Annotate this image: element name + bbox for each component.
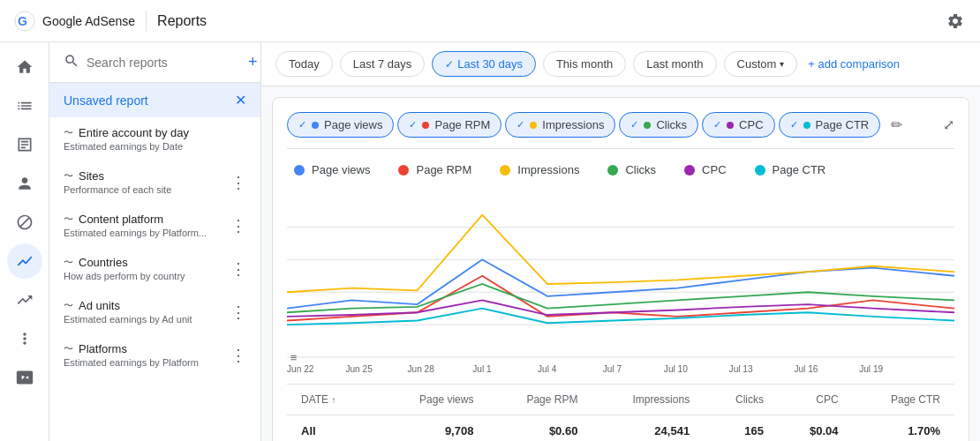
sidebar-item-2[interactable]: 〜 Content platform Estimated earnings by…: [49, 204, 260, 247]
metric-tab-cpc[interactable]: ✓ CPC: [702, 112, 774, 138]
metric-tab-label-1: Page RPM: [434, 118, 490, 131]
metric-tab-page-rpm[interactable]: ✓ Page RPM: [397, 112, 501, 138]
svg-text:Jun 25: Jun 25: [345, 364, 373, 374]
expand-chart-icon[interactable]: ⤢: [943, 116, 954, 133]
nav-chart[interactable]: [7, 243, 42, 279]
sidebar-item-4[interactable]: 〜 Ad units Estimated earnings by Ad unit…: [49, 290, 260, 333]
nav-people[interactable]: [7, 166, 42, 201]
page-ctr-column-header[interactable]: Page CTR: [853, 385, 954, 415]
this-month-filter-btn[interactable]: This month: [543, 51, 626, 77]
legend-item-0: Page views: [294, 163, 370, 176]
search-icon: [64, 53, 79, 71]
legend-label-3: Clicks: [625, 163, 656, 176]
nav-pages[interactable]: [7, 88, 42, 123]
nav-trending[interactable]: [7, 282, 42, 318]
legend-label-5: Page CTR: [773, 163, 826, 176]
legend-dot-5: [755, 165, 765, 176]
legend-dot-1: [398, 165, 409, 176]
add-comparison-btn[interactable]: + add comparison: [808, 57, 900, 71]
chart-area: ✓ Page views ✓ Page RPM ✓ Impressions ✓ …: [272, 97, 969, 441]
sidebar-item-1[interactable]: 〜 Sites Performance of each site ⋮: [49, 161, 260, 204]
legend-dot-2: [500, 165, 510, 176]
last30-filter-btn[interactable]: ✓ Last 30 days: [432, 51, 536, 77]
checkmark-icon-1: ✓: [409, 119, 417, 131]
checkmark-icon-2: ✓: [516, 119, 524, 131]
sidebar-items-list: 〜 Entire account by day Estimated earnin…: [49, 117, 260, 377]
date-column-header[interactable]: DATE ↑: [287, 385, 380, 415]
header: G Google AdSense Reports: [0, 0, 980, 42]
cpc-column-header[interactable]: CPC: [778, 385, 853, 415]
sidebar-item-title-4: 〜 Ad units: [64, 299, 192, 312]
metric-dot-0: [312, 122, 319, 129]
app-name: Google AdSense: [42, 14, 135, 28]
nav-optimize[interactable]: [7, 321, 42, 356]
legend-label-4: CPC: [702, 163, 726, 176]
edit-icon[interactable]: ✏: [891, 116, 902, 133]
page-rpm-column-header[interactable]: Page RPM: [487, 385, 592, 415]
page-views-column-header[interactable]: Page views: [380, 385, 487, 415]
active-report-item[interactable]: Unsaved report ✕: [49, 83, 260, 117]
sidebar-item-sub-5: Estimated earnings by Platform: [64, 357, 199, 368]
sidebar-item-5[interactable]: 〜 Platforms Estimated earnings by Platfo…: [49, 333, 260, 377]
more-options-icon-2[interactable]: ⋮: [230, 216, 246, 235]
svg-text:≡: ≡: [290, 351, 298, 364]
clicks-column-header[interactable]: Clicks: [704, 385, 778, 415]
sidebar-item-content-5: 〜 Platforms Estimated earnings by Platfo…: [64, 342, 199, 368]
more-options-icon-4[interactable]: ⋮: [230, 303, 246, 322]
nav-table[interactable]: [7, 127, 42, 162]
legend-dot-0: [294, 165, 305, 176]
more-options-icon-1[interactable]: ⋮: [230, 173, 246, 192]
svg-text:Jun 28: Jun 28: [407, 364, 434, 374]
search-input[interactable]: [87, 56, 241, 70]
nav-video[interactable]: [7, 360, 42, 395]
metric-dot-5: [803, 122, 810, 129]
metric-tab-page-views[interactable]: ✓ Page views: [287, 112, 394, 138]
sidebar-item-sub-0: Estimated earnings by Date: [64, 141, 189, 152]
line-chart: Jun 22 Jun 25 Jun 28 Jul 1 Jul 4 Jul 7 J…: [287, 187, 954, 381]
nav-block[interactable]: [7, 205, 42, 240]
logo: G Google AdSense: [14, 11, 135, 32]
last7-filter-btn[interactable]: Last 7 days: [340, 51, 426, 77]
main-content: Today Last 7 days ✓ Last 30 days This mo…: [261, 42, 980, 441]
more-options-icon-3[interactable]: ⋮: [230, 259, 246, 279]
wave-icon-0: 〜: [64, 126, 73, 139]
search-bar: +: [49, 42, 260, 83]
sidebar-item-title-1: 〜 Sites: [64, 169, 171, 183]
impressions-column-header[interactable]: Impressions: [592, 385, 704, 415]
add-report-icon[interactable]: +: [248, 53, 258, 71]
checkmark-icon-4: ✓: [713, 119, 721, 131]
sidebar-item-content-1: 〜 Sites Performance of each site: [64, 169, 171, 195]
custom-filter-btn[interactable]: Custom ▾: [724, 51, 798, 77]
settings-button[interactable]: [945, 11, 966, 32]
wave-icon-5: 〜: [64, 342, 73, 355]
close-icon[interactable]: ✕: [235, 92, 246, 108]
svg-text:Jul 16: Jul 16: [794, 364, 818, 374]
table-body: All 9,708 $0.60 24,541 165 $0.04 1.70% A…: [287, 415, 954, 442]
last30-label: Last 30 days: [457, 57, 523, 71]
row-impressions-0: 24,541: [592, 415, 704, 442]
sidebar-item-content-0: 〜 Entire account by day Estimated earnin…: [64, 126, 189, 152]
today-filter-btn[interactable]: Today: [275, 51, 333, 77]
row-cpc-0: $0.04: [778, 415, 853, 442]
sidebar-item-0[interactable]: 〜 Entire account by day Estimated earnin…: [49, 117, 260, 161]
wave-icon-3: 〜: [64, 256, 73, 269]
svg-text:Jul 7: Jul 7: [603, 364, 622, 374]
sidebar-item-3[interactable]: 〜 Countries How ads perform by country ⋮: [49, 247, 260, 290]
metric-dot-2: [530, 122, 537, 129]
metric-tab-clicks[interactable]: ✓ Clicks: [619, 112, 698, 138]
metric-tab-label-2: Impressions: [542, 118, 604, 131]
legend-item-2: Impressions: [500, 163, 579, 176]
row-page-rpm-0: $0.60: [487, 415, 592, 442]
metric-dot-3: [644, 122, 651, 129]
last-month-filter-btn[interactable]: Last month: [633, 51, 716, 77]
legend-item-1: Page RPM: [398, 163, 471, 176]
legend-dot-4: [684, 165, 695, 176]
svg-text:Jul 4: Jul 4: [538, 364, 557, 374]
more-options-icon-5[interactable]: ⋮: [230, 346, 246, 365]
metric-tab-page-ctr[interactable]: ✓ Page CTR: [779, 112, 881, 138]
sidebar-item-sub-2: Estimated earnings by Platform...: [64, 228, 207, 238]
sidebar-item-sub-4: Estimated earnings by Ad unit: [64, 314, 192, 325]
nav-home[interactable]: [7, 49, 42, 85]
svg-text:G: G: [18, 14, 27, 28]
metric-tab-impressions[interactable]: ✓ Impressions: [505, 112, 615, 138]
